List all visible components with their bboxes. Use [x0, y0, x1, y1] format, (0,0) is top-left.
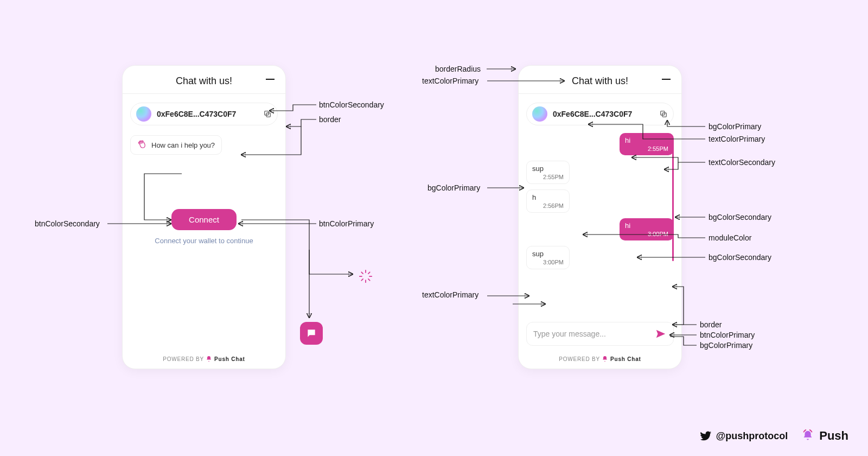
message-self: hi 3:00PM — [620, 218, 674, 240]
powered-by: POWERED BY Push Chat — [123, 356, 285, 362]
annotation-label: bgColorPrimary — [700, 341, 752, 350]
annotation-label: textColorPrimary — [709, 135, 765, 143]
message-text: sup — [532, 164, 544, 173]
avatar — [136, 106, 151, 122]
push-bell-icon — [801, 429, 815, 443]
annotation-label: border — [319, 115, 341, 124]
annotation-label: borderRadius — [435, 65, 481, 73]
spinner-icon — [358, 269, 373, 284]
address-text: 0xFe6C8E...C473C0F7 — [553, 110, 654, 118]
message-row: sup 3:00PM — [526, 246, 674, 269]
card-header: Chat with us! — [519, 66, 681, 94]
avatar — [532, 106, 547, 122]
chat-bubble-icon — [306, 328, 317, 339]
annotation-label: btnColorSecondary — [35, 219, 100, 228]
annotation-label: bgColorPrimary — [709, 122, 761, 131]
message-time: 2:55PM — [625, 145, 668, 152]
annotation-label: btnColorPrimary — [319, 219, 374, 228]
message-text: hi — [625, 136, 630, 144]
message-input[interactable] — [533, 330, 649, 338]
message-peer: h 2:56PM — [526, 189, 570, 213]
push-text: Push — [819, 429, 848, 443]
message-time: 3:00PM — [532, 259, 564, 265]
annotation-label: textColorPrimary — [422, 77, 478, 85]
powered-prefix: POWERED BY — [559, 356, 600, 362]
message-text: h — [532, 193, 536, 201]
message-text: sup — [532, 250, 544, 258]
address-text: 0xFe6C8E...C473C0F7 — [157, 110, 258, 118]
address-row: 0xFe6C8E...C473C0F7 — [526, 103, 674, 125]
svg-line-8 — [361, 279, 363, 281]
chat-card-connect: Chat with us! 0xFe6C8E...C473C0F7 How ca… — [122, 65, 286, 369]
svg-line-9 — [368, 272, 370, 274]
message-input-row — [526, 322, 674, 346]
message-time: 2:56PM — [532, 202, 564, 209]
minimize-icon[interactable] — [662, 79, 671, 80]
message-peer: sup 2:55PM — [526, 161, 570, 184]
connect-button[interactable]: Connect — [171, 209, 237, 230]
message-row: hi 2:55PM — [526, 133, 674, 155]
twitter-handle: @pushprotocol — [700, 430, 788, 442]
message-list: hi 2:55PM sup 2:55PM h 2:56PM hi 3:00PM — [519, 133, 681, 312]
annotation-label: btnColorSecondary — [319, 100, 384, 109]
wave-icon — [137, 140, 147, 150]
annotation-label: btnColorPrimary — [700, 331, 755, 339]
message-row: sup 2:55PM — [526, 161, 674, 184]
twitter-icon — [700, 430, 712, 442]
timeline-bar — [672, 142, 674, 261]
copy-icon[interactable] — [659, 110, 668, 118]
message-text: hi — [625, 221, 630, 230]
svg-line-6 — [361, 272, 363, 274]
annotation-label: bgColorPrimary — [427, 183, 480, 192]
message-self: hi 2:55PM — [620, 133, 674, 155]
annotation-label: textColorPrimary — [422, 290, 478, 299]
card-title: Chat with us! — [176, 75, 232, 87]
message-peer: sup 3:00PM — [526, 246, 570, 269]
powered-by: POWERED BY Push Chat — [519, 356, 681, 362]
message-time: 2:55PM — [532, 174, 564, 180]
send-icon[interactable] — [655, 328, 667, 340]
annotation-label: bgColorSecondary — [709, 213, 771, 221]
copy-icon[interactable] — [263, 110, 272, 118]
chat-card-conversation: Chat with us! 0xFe6C8E...C473C0F7 hi 2:5… — [518, 65, 682, 369]
address-row: 0xFe6C8E...C473C0F7 — [130, 103, 278, 125]
help-bubble: How can i help you? — [130, 135, 222, 155]
card-title: Chat with us! — [572, 75, 628, 87]
bell-icon — [602, 356, 608, 362]
minimize-icon[interactable] — [266, 79, 275, 80]
annotation-label: textColorSecondary — [709, 158, 775, 167]
annotation-label: bgColorSecondary — [709, 253, 771, 262]
connect-caption: Connect your wallet to continue — [123, 237, 285, 245]
powered-brand: Push Chat — [214, 356, 245, 362]
bell-icon — [206, 356, 212, 362]
message-row: hi 3:00PM — [526, 218, 674, 240]
message-row: h 2:56PM — [526, 189, 674, 213]
footer-branding: @pushprotocol Push — [700, 429, 848, 443]
card-header: Chat with us! — [123, 66, 285, 94]
annotation-label: moduleColor — [709, 233, 751, 242]
message-time: 3:00PM — [625, 231, 668, 237]
powered-prefix: POWERED BY — [163, 356, 204, 362]
help-text: How can i help you? — [151, 141, 215, 149]
svg-line-7 — [368, 279, 370, 281]
chat-fab[interactable] — [300, 322, 323, 345]
powered-brand: Push Chat — [610, 356, 641, 362]
annotation-label: border — [700, 320, 722, 329]
push-logo: Push — [801, 429, 848, 443]
twitter-text: @pushprotocol — [716, 430, 788, 442]
